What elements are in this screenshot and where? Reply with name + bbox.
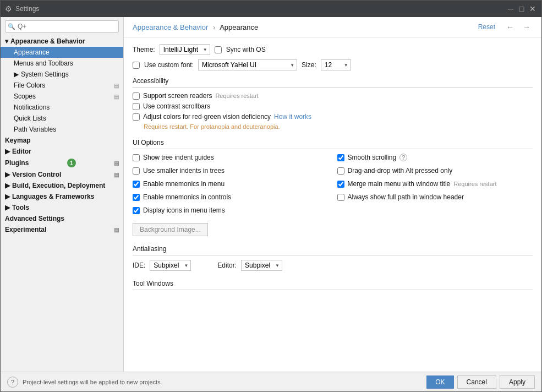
- ide-aa-label: IDE:: [133, 262, 145, 269]
- tree-indent-checkbox[interactable]: [133, 154, 140, 161]
- cancel-button[interactable]: Cancel: [457, 375, 496, 389]
- apply-button[interactable]: Apply: [500, 375, 535, 389]
- smooth-scrolling-checkbox[interactable]: [337, 154, 344, 161]
- display-icons-checkbox[interactable]: [133, 207, 140, 214]
- sidebar-item-tools[interactable]: ▶ Tools: [1, 202, 123, 213]
- full-path-label: Always show full path in window header: [348, 193, 464, 201]
- drag-drop-checkbox[interactable]: [337, 167, 344, 175]
- minimize-button[interactable]: ─: [506, 4, 515, 13]
- display-icons-row: Display icons in menu items: [133, 206, 329, 214]
- merge-menu-checkbox[interactable]: [337, 181, 344, 188]
- sidebar-item-label: Build, Execution, Deployment: [12, 182, 105, 189]
- sidebar-item-label: Quick Lists: [14, 115, 46, 122]
- edit-icon: ▤: [114, 83, 119, 89]
- theme-label: Theme:: [133, 46, 155, 53]
- footer-info-text: Project-level settings will be applied t…: [23, 379, 426, 385]
- forward-button[interactable]: →: [521, 21, 533, 32]
- help-button[interactable]: ?: [7, 377, 18, 388]
- editor-aa-select-wrapper: Subpixel: [241, 260, 282, 271]
- screen-readers-checkbox[interactable]: [133, 92, 140, 100]
- sidebar-item-label: Advanced Settings: [5, 215, 64, 222]
- breadcrumb: Appearance & Behavior › Appearance: [133, 23, 478, 31]
- sidebar-item-system-settings[interactable]: ▶ System Settings: [1, 69, 123, 80]
- sidebar-item-label: Version Control: [12, 171, 61, 178]
- breadcrumb-link-1[interactable]: Appearance & Behavior: [133, 23, 208, 31]
- background-image-button[interactable]: Background Image...: [133, 223, 208, 236]
- sidebar-item-advanced-settings[interactable]: Advanced Settings: [1, 213, 123, 224]
- edit-icon: ▤: [114, 227, 119, 233]
- search-input[interactable]: [5, 20, 119, 32]
- smaller-indents-checkbox[interactable]: [133, 167, 140, 175]
- editor-aa-select[interactable]: Subpixel: [241, 260, 282, 271]
- sidebar-item-scopes[interactable]: Scopes ▤: [1, 91, 123, 102]
- sidebar-item-quick-lists[interactable]: Quick Lists: [1, 113, 123, 124]
- sidebar-item-label: Notifications: [14, 104, 50, 111]
- color-deficiency-checkbox[interactable]: [133, 113, 140, 121]
- sidebar-item-appearance-behavior[interactable]: ▾ Appearance & Behavior: [1, 36, 123, 47]
- chevron-right-icon: ▶: [14, 70, 19, 78]
- size-select[interactable]: 12: [321, 59, 351, 70]
- tool-windows-section-title: Tool Windows: [133, 280, 533, 290]
- display-icons-label: Display icons in menu items: [143, 206, 225, 214]
- sidebar-item-build-execution[interactable]: ▶ Build, Execution, Deployment: [1, 180, 123, 191]
- maximize-button[interactable]: □: [517, 4, 526, 13]
- window-controls: ─ □ ✕: [506, 4, 537, 13]
- restart-note: Requires restart. For protanopia and deu…: [133, 123, 533, 130]
- settings-panel: Appearance & Behavior › Appearance Reset…: [124, 17, 541, 372]
- sidebar-item-notifications[interactable]: Notifications: [1, 102, 123, 113]
- sidebar-item-keymap[interactable]: Keymap: [1, 135, 123, 146]
- mnemonics-menu-row: Enable mnemonics in menu: [133, 180, 329, 188]
- ide-aa-select-wrapper: Subpixel: [150, 260, 191, 271]
- screen-readers-label: Support screen readers: [143, 92, 212, 100]
- sidebar-item-languages-frameworks[interactable]: ▶ Languages & Frameworks: [1, 191, 123, 202]
- sync-os-label: Sync with OS: [226, 46, 266, 53]
- sidebar-item-experimental[interactable]: Experimental ▤: [1, 224, 123, 235]
- custom-font-checkbox[interactable]: [133, 62, 140, 69]
- antialiasing-row: IDE: Subpixel Editor: Subpixel: [133, 260, 533, 271]
- edit-icon: ▤: [114, 94, 119, 100]
- sidebar-item-editor[interactable]: ▶ Editor: [1, 146, 123, 157]
- full-path-checkbox[interactable]: [337, 194, 344, 201]
- drag-drop-label: Drag-and-drop with Alt pressed only: [348, 167, 453, 175]
- mnemonics-controls-label: Enable mnemonics in controls: [143, 193, 231, 201]
- merge-menu-row: Merge main menu with window title Requir…: [337, 180, 533, 188]
- breadcrumb-current: Appearance: [220, 23, 258, 31]
- sidebar-item-label: Plugins: [5, 159, 29, 167]
- mnemonics-menu-checkbox[interactable]: [133, 181, 140, 188]
- sidebar-item-appearance[interactable]: Appearance: [1, 47, 123, 58]
- smaller-indents-row: Use smaller indents in trees: [133, 167, 329, 175]
- font-select[interactable]: Microsoft YaHei UI: [198, 59, 297, 70]
- reset-button[interactable]: Reset: [478, 23, 495, 31]
- sidebar-item-file-colors[interactable]: File Colors ▤: [1, 80, 123, 91]
- ok-button[interactable]: OK: [426, 375, 453, 389]
- sidebar-item-label: Menus and Toolbars: [14, 59, 73, 67]
- sidebar-item-path-variables[interactable]: Path Variables: [1, 124, 123, 135]
- sidebar-item-label: Languages & Frameworks: [12, 193, 94, 200]
- contrast-scrollbars-label: Use contrast scrollbars: [143, 102, 210, 110]
- color-deficiency-label: Adjust colors for red-green vision defic…: [143, 113, 271, 121]
- back-button[interactable]: ←: [504, 21, 516, 32]
- antialiasing-section-title: Antialiasing: [133, 245, 533, 255]
- tree-indent-row: Show tree indent guides: [133, 154, 329, 161]
- mnemonics-menu-label: Enable mnemonics in menu: [143, 180, 225, 188]
- sidebar-item-plugins[interactable]: Plugins 1 ▤: [1, 157, 123, 169]
- ide-aa-select[interactable]: Subpixel: [150, 260, 191, 271]
- ui-options-section-title: UI Options: [133, 139, 533, 149]
- theme-select[interactable]: IntelliJ Light: [160, 44, 210, 55]
- sidebar-item-version-control[interactable]: ▶ Version Control ▤: [1, 169, 123, 180]
- sidebar-item-label: Scopes: [14, 92, 36, 100]
- mnemonics-controls-checkbox[interactable]: [133, 194, 140, 201]
- close-button[interactable]: ✕: [528, 4, 537, 13]
- font-select-wrapper: Microsoft YaHei UI: [198, 59, 297, 70]
- smooth-scrolling-label: Smooth scrolling: [348, 154, 397, 161]
- contrast-scrollbars-checkbox[interactable]: [133, 103, 140, 110]
- search-icon: 🔍: [8, 23, 15, 30]
- sync-os-checkbox[interactable]: [215, 46, 222, 53]
- contrast-scrollbars-row: Use contrast scrollbars: [133, 102, 533, 110]
- custom-font-row: Use custom font: Microsoft YaHei UI Size…: [133, 59, 533, 70]
- size-select-wrapper: 12: [321, 59, 351, 70]
- sidebar-item-label: System Settings: [21, 70, 69, 78]
- panel-body: Theme: IntelliJ Light Sync with OS Use c…: [124, 37, 541, 372]
- how-it-works-link[interactable]: How it works: [274, 113, 311, 121]
- sidebar-item-menus-toolbars[interactable]: Menus and Toolbars: [1, 58, 123, 69]
